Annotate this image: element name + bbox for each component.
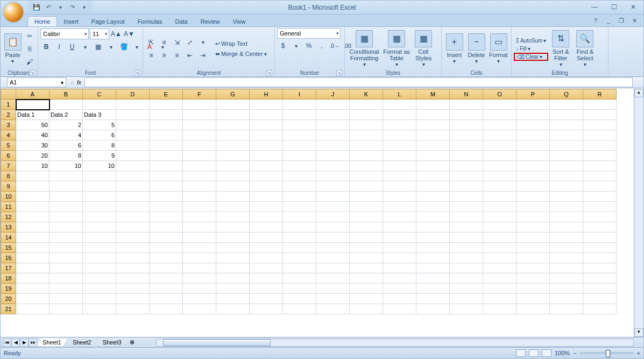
cell-D2[interactable] xyxy=(116,110,150,120)
tab-review[interactable]: Review xyxy=(194,17,227,26)
cell-C12[interactable] xyxy=(83,212,116,222)
undo-dropdown-icon[interactable]: ▾ xyxy=(55,3,65,12)
cell-A21[interactable] xyxy=(16,304,49,314)
cell-O5[interactable] xyxy=(483,140,516,151)
cell-C1[interactable] xyxy=(83,100,116,110)
delete-cells-button[interactable]: −Delete▾ xyxy=(466,30,487,68)
cell-M7[interactable] xyxy=(416,161,450,171)
currency-icon[interactable]: $ xyxy=(277,40,289,52)
cell-N10[interactable] xyxy=(450,192,483,202)
vertical-scrollbar[interactable]: ▴ ▾ xyxy=(634,89,643,337)
cell-D12[interactable] xyxy=(116,212,150,222)
cell-O21[interactable] xyxy=(483,304,516,314)
cell-P16[interactable] xyxy=(516,253,550,263)
conditional-formatting-button[interactable]: ▦Conditional Formatting▾ xyxy=(347,30,381,68)
cell-B9[interactable] xyxy=(49,181,83,192)
cell-H2[interactable] xyxy=(250,110,283,120)
cell-K21[interactable] xyxy=(350,304,383,314)
cell-E12[interactable] xyxy=(150,212,183,222)
select-all-corner[interactable] xyxy=(1,89,16,100)
maximize-button[interactable]: ☐ xyxy=(607,2,621,12)
find-select-button[interactable]: 🔍Find & Select▾ xyxy=(573,30,597,68)
cell-I4[interactable] xyxy=(283,130,316,140)
col-header-G[interactable]: G xyxy=(216,89,250,100)
cell-C11[interactable] xyxy=(83,202,116,212)
cell-H17[interactable] xyxy=(250,263,283,273)
cell-P18[interactable] xyxy=(516,273,550,284)
font-size-combo[interactable]: 11 xyxy=(90,29,109,39)
cell-J1[interactable] xyxy=(316,100,350,110)
col-header-J[interactable]: J xyxy=(316,89,350,100)
cell-L2[interactable] xyxy=(383,110,416,120)
comma-icon[interactable]: , xyxy=(316,40,328,52)
cell-L11[interactable] xyxy=(383,202,416,212)
cell-D5[interactable] xyxy=(116,140,150,151)
cell-P13[interactable] xyxy=(516,222,550,233)
cell-R11[interactable] xyxy=(583,202,617,212)
cell-E8[interactable] xyxy=(150,171,183,181)
cell-Q8[interactable] xyxy=(550,171,583,181)
cell-I13[interactable] xyxy=(283,222,316,233)
cell-N7[interactable] xyxy=(450,161,483,171)
cell-F3[interactable] xyxy=(183,120,216,130)
font-name-combo[interactable]: Calibri xyxy=(40,29,89,39)
cell-Q2[interactable] xyxy=(550,110,583,120)
cell-H11[interactable] xyxy=(250,202,283,212)
cell-F20[interactable] xyxy=(183,294,216,304)
cell-G13[interactable] xyxy=(216,222,250,233)
cell-D1[interactable] xyxy=(116,100,150,110)
cell-J11[interactable] xyxy=(316,202,350,212)
cell-H1[interactable] xyxy=(250,100,283,110)
cell-D9[interactable] xyxy=(116,181,150,192)
cell-F1[interactable] xyxy=(183,100,216,110)
cell-Q14[interactable] xyxy=(550,233,583,243)
cell-K6[interactable] xyxy=(350,151,383,161)
cell-I1[interactable] xyxy=(283,100,316,110)
row-header-15[interactable]: 15 xyxy=(1,243,16,253)
cell-G3[interactable] xyxy=(216,120,250,130)
cell-J19[interactable] xyxy=(316,284,350,294)
cell-B8[interactable] xyxy=(49,171,83,181)
col-header-L[interactable]: L xyxy=(383,89,416,100)
cell-B4[interactable]: 4 xyxy=(49,130,83,140)
cell-P7[interactable] xyxy=(516,161,550,171)
qat-customize-icon[interactable]: ▾ xyxy=(79,3,89,12)
cell-F2[interactable] xyxy=(183,110,216,120)
cell-A10[interactable] xyxy=(16,192,49,202)
cell-P11[interactable] xyxy=(516,202,550,212)
cell-O1[interactable] xyxy=(483,100,516,110)
cell-J2[interactable] xyxy=(316,110,350,120)
col-header-M[interactable]: M xyxy=(416,89,450,100)
cell-H4[interactable] xyxy=(250,130,283,140)
cell-K20[interactable] xyxy=(350,294,383,304)
cell-M6[interactable] xyxy=(416,151,450,161)
cell-D10[interactable] xyxy=(116,192,150,202)
cell-N14[interactable] xyxy=(450,233,483,243)
cell-R7[interactable] xyxy=(583,161,617,171)
cell-J16[interactable] xyxy=(316,253,350,263)
cell-I11[interactable] xyxy=(283,202,316,212)
cell-C3[interactable]: 5 xyxy=(83,120,116,130)
cell-H20[interactable] xyxy=(250,294,283,304)
wrap-text-button[interactable]: ↩Wrap Text xyxy=(213,39,269,48)
cell-A13[interactable] xyxy=(16,222,49,233)
cell-B15[interactable] xyxy=(49,243,83,253)
cell-E2[interactable] xyxy=(150,110,183,120)
cell-H9[interactable] xyxy=(250,181,283,192)
cell-K4[interactable] xyxy=(350,130,383,140)
cell-H19[interactable] xyxy=(250,284,283,294)
cell-F6[interactable] xyxy=(183,151,216,161)
cell-J15[interactable] xyxy=(316,243,350,253)
cell-L19[interactable] xyxy=(383,284,416,294)
cell-N17[interactable] xyxy=(450,263,483,273)
cell-I14[interactable] xyxy=(283,233,316,243)
paste-button[interactable]: 📋 Paste ▾ xyxy=(3,30,23,68)
cell-M20[interactable] xyxy=(416,294,450,304)
cell-J8[interactable] xyxy=(316,171,350,181)
row-header-8[interactable]: 8 xyxy=(1,171,16,181)
cell-A5[interactable]: 30 xyxy=(16,140,49,151)
cell-Q3[interactable] xyxy=(550,120,583,130)
page-layout-view-icon[interactable] xyxy=(529,349,539,357)
cell-A16[interactable] xyxy=(16,253,49,263)
cell-styles-button[interactable]: ▦Cell Styles▾ xyxy=(412,30,435,68)
